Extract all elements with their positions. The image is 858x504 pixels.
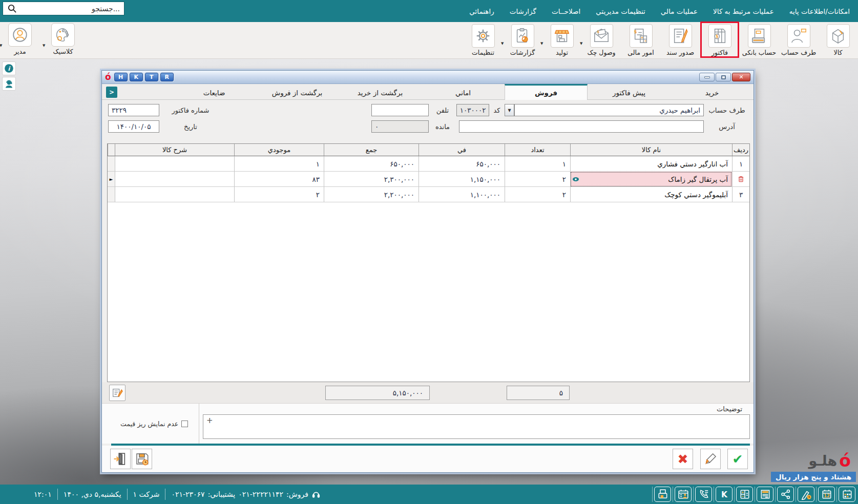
finance-toolbar-button[interactable]: $امور مالی [623,23,659,56]
menu-item[interactable]: راهنمائي [469,7,494,15]
menu-item[interactable]: تنظیمات مدیریتي [596,7,645,15]
reports-chart-toolbar-button[interactable]: گزارشات▼ [505,23,540,56]
save-button[interactable] [132,449,152,469]
toolbar-button-label: فاکتور [711,49,728,56]
address-field[interactable] [459,120,704,133]
palette-icon [51,23,75,47]
calendar-person-icon[interactable] [675,487,692,502]
status-icon-cell [796,487,816,502]
tab-item[interactable]: خرید [671,84,754,99]
items-table: ردیفنام کالاتعدادفيجمعموجوديشرح کالا۱آب … [107,143,750,382]
code-label: کد [490,107,504,114]
table-row[interactable]: ۳آبلیموگیر دستي کوچک۲۱,۱۰۰,۰۰۰۲,۲۰۰,۰۰۰۲ [108,187,749,202]
tab-item[interactable]: فروش [505,84,588,100]
table-row[interactable]: ۱آب انارگیر دستي فشاري۱۶۵۰,۰۰۰۶۵۰,۰۰۰۱ [108,156,749,172]
dropdown-caret-icon[interactable]: ▼ [43,44,45,48]
date-field[interactable]: ۱۴۰۰/۱۰/۰۵ [108,120,159,133]
cell-total: ۲,۲۰۰,۰۰۰ [324,187,418,202]
menu-item[interactable]: عملیات مرتبط به کالا [713,7,774,15]
hide-price-checkbox[interactable] [181,421,188,427]
minimize-button[interactable] [699,73,715,81]
status-date: یکشنبه,۵ دي, ۱۴۰۰ [64,490,121,498]
calendar-12-icon[interactable]: 12 [818,487,835,502]
window-footer: ✖ ✔ [102,446,754,472]
eye-icon[interactable] [572,176,579,183]
calculator-icon[interactable] [736,487,753,502]
confirm-button[interactable]: ✔ [727,449,748,469]
account-dropdown-button[interactable]: ▼ [505,104,514,116]
notepad-icon[interactable] [757,487,773,502]
shortcut-h-button[interactable]: H [114,73,128,81]
tab-item[interactable]: برگشت از خرید [339,84,422,99]
toolbar-button-label: طرف حساب [781,49,816,56]
status-icon-cell [734,487,755,502]
tab-item[interactable]: اماني [422,84,505,99]
balance-label: مانده [431,123,454,131]
notes-textarea[interactable]: + [203,414,750,439]
dropdown-caret-icon[interactable]: ▼ [501,41,504,46]
invoice-toolbar-button[interactable]: $فاکتور [702,23,738,56]
pen-clock-icon[interactable] [798,487,814,502]
dropdown-caret-icon[interactable]: ▼ [0,44,2,48]
invoice-number-label: شماره فاکتور [162,107,219,114]
phonebook-icon[interactable] [695,487,712,502]
cheque-envelope-toolbar-button[interactable]: $وصول چک▼ [583,23,619,56]
palette-quick-button[interactable]: کلاسیک▼ [46,23,80,55]
menu-item[interactable]: امکانات/اطلاعات پایه [789,7,850,15]
calendar-grid-icon[interactable] [839,487,855,502]
column-header: ردیف [732,144,749,156]
phone-field[interactable] [371,104,429,116]
search-input[interactable]: جستجو... [3,2,124,15]
document-pencil-toolbar-button[interactable]: صدور سند [662,23,698,56]
bank-card-toolbar-button[interactable]: حساب بانکی [741,23,777,56]
k-shortcut-icon[interactable]: K [716,487,733,502]
exit-button[interactable] [110,449,131,469]
window-titlebar[interactable]: ó HKTR ✕ [102,71,754,84]
settings-gear-toolbar-button[interactable]: تنظیمات [465,23,501,56]
dropdown-caret-icon[interactable]: ▼ [540,41,543,46]
app-logo-icon: ó [105,73,111,81]
column-header: جمع [324,144,418,156]
shortcut-k-button[interactable]: K [130,73,143,81]
cancel-button[interactable]: ✖ [673,449,693,469]
product-box-toolbar-button[interactable]: کالا [820,23,856,56]
exit-door-icon [113,451,128,467]
cell-total: ۲,۳۰۰,۰۰۰ [324,172,418,187]
headset-icon [311,490,321,499]
invoice-icon: $ [708,24,731,48]
code-field: ۱۰۳۰۰۰۲ [456,104,489,116]
account-person-toolbar-button[interactable]: طرف حساب [781,23,817,56]
menu-item[interactable]: گزارشات [510,7,536,15]
invoice-form: طرف حساب ابراهیم حیدري ▼ کد ۱۰۳۰۰۰۲ تلفن… [102,100,754,143]
share-icon[interactable] [777,487,794,502]
user-quick-button[interactable]: مدیر▼ [3,23,37,55]
toolbar: کالاطرف حسابحساب بانکی$فاکتورصدور سند$ام… [0,22,858,59]
shortcut-r-button[interactable]: R [160,73,174,81]
tab-item[interactable]: ضایعات [173,84,256,99]
row-note-button[interactable] [109,385,125,401]
invoice-number-field[interactable]: ۳۲۲۹ [108,104,159,116]
receipt-printer-icon[interactable] [654,487,671,502]
product-box-icon [827,24,850,48]
menu-item[interactable]: اصلاحــات [552,7,580,15]
support-agent-icon[interactable] [2,77,16,91]
pencil-icon [703,452,718,466]
desktop: { "colors":{"teal":"#1b7e8a","accent_ora… [0,0,858,504]
production-shop-toolbar-button[interactable]: تولید▼ [544,23,580,56]
account-combobox[interactable]: ابراهیم حیدري [514,104,704,116]
edit-button[interactable] [700,449,721,469]
tab-item[interactable]: پیش فاکتور [588,84,671,99]
info-icon[interactable]: i [2,61,16,75]
close-button[interactable]: ✕ [732,73,750,81]
toolbar-button-label: کالا [834,49,843,56]
dropdown-caret-icon[interactable]: ▼ [580,41,582,46]
svg-text:K: K [721,490,728,499]
maximize-button[interactable] [716,73,731,81]
shortcut-t-button[interactable]: T [145,73,158,81]
column-header: شرح کالا [115,144,234,156]
tab-item[interactable]: برگشت از فروش [256,84,339,99]
delete-row-icon[interactable] [732,172,749,187]
table-row[interactable]: آب پرتقال گیر زاماک۲۱,۱۵۰,۰۰۰۲,۳۰۰,۰۰۰۸۳… [108,172,749,187]
menu-item[interactable]: عملیات مالي [661,7,698,15]
tab-scroll-left-button[interactable]: < [106,87,117,98]
